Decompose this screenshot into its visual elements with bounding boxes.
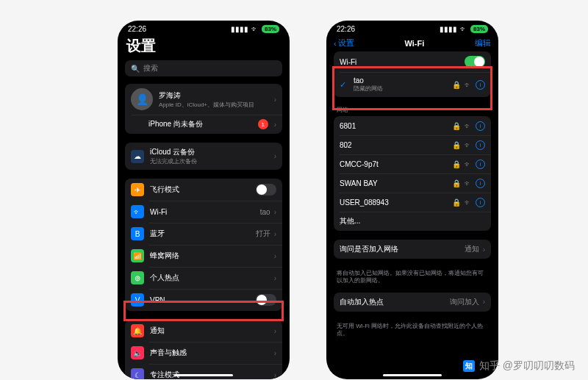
profile-row[interactable]: 👤 罗海涛 Apple ID、iCloud+、媒体与购买项目 › (125, 84, 282, 115)
status-bar: 22:26 ▮▮▮▮ ᯤ 83% (118, 21, 290, 35)
network-row[interactable]: SWAN BAY🔒ᯤi (334, 173, 491, 193)
profile-name: 罗海涛 (159, 90, 268, 101)
settings-row-VPN[interactable]: VVPN (125, 289, 282, 311)
wifi-signal-icon: ᯤ (465, 81, 472, 89)
settings-row-飞行模式[interactable]: ✈飞行模式 (125, 179, 282, 201)
wifi-icon: ᯤ (460, 25, 467, 33)
avatar: 👤 (131, 88, 153, 110)
home-indicator[interactable] (174, 374, 233, 376)
row-icon: V (131, 293, 144, 306)
wifi-toggle-group: Wi-Fi ✓ tao 隐藏的网络 🔒 ᯤ i (334, 51, 491, 97)
network-row[interactable]: 802🔒ᯤi (334, 135, 491, 154)
chevron-icon: › (274, 327, 276, 335)
ask-join-row[interactable]: 询问是否加入网络 通知› (334, 240, 491, 259)
icloud-backup-group[interactable]: ☁ iCloud 云备份 无法完成上次备份 › (125, 143, 282, 170)
info-icon[interactable]: i (476, 159, 485, 169)
backup-warning-row[interactable]: iPhone 尚未备份 1 › (125, 115, 282, 134)
settings-row-蓝牙[interactable]: B蓝牙打开› (125, 223, 282, 245)
auto-hotspot-group: 自动加入热点 询问加入› (334, 293, 491, 312)
network-row[interactable]: CMCC-9p7t🔒ᯤi (334, 154, 491, 173)
lock-icon: 🔒 (452, 160, 461, 168)
chevron-icon: › (274, 208, 276, 216)
clock: 22:26 (337, 25, 355, 33)
chevron-icon: › (274, 371, 276, 379)
lock-icon: 🔒 (452, 141, 461, 149)
lock-icon: 🔒 (452, 179, 461, 187)
row-icon: B (131, 227, 144, 240)
chevron-icon: › (483, 298, 485, 306)
battery-badge: 83% (470, 25, 488, 33)
phone-settings: 22:26 ▮▮▮▮ ᯤ 83% 设置 🔍 搜索 👤 罗海涛 Apple ID、… (118, 21, 290, 379)
lock-icon: 🔒 (452, 122, 461, 130)
chevron-icon: › (274, 96, 276, 104)
row-icon: 📶 (131, 249, 144, 262)
networks-group: 6801🔒ᯤi802🔒ᯤiCMCC-9p7t🔒ᯤiSWAN BAY🔒ᯤiUSER… (334, 116, 491, 231)
badge: 1 (258, 119, 268, 129)
info-icon[interactable]: i (476, 179, 485, 188)
ask-join-note: 将自动加入已知网络。如果没有已知网络，将通知您有可以加入的新网络。 (334, 268, 491, 293)
chevron-icon: › (274, 349, 276, 357)
wifi-icon: ᯤ (251, 25, 259, 33)
chevron-icon: › (274, 274, 276, 282)
auto-hotspot-row[interactable]: 自动加入热点 询问加入› (334, 293, 491, 312)
nav-bar: ‹设置 Wi-Fi 编辑 (326, 35, 498, 51)
row-icon: ⊚ (131, 271, 144, 284)
check-icon: ✓ (340, 80, 348, 90)
network-row[interactable]: USER_088943🔒ᯤi (334, 193, 491, 212)
info-icon[interactable]: i (476, 198, 485, 207)
wifi-toggle[interactable] (465, 56, 485, 68)
search-input[interactable]: 🔍 搜索 (125, 60, 282, 76)
chevron-icon: › (274, 230, 276, 238)
connectivity-group: ✈飞行模式ᯤWi-Fitao›B蓝牙打开›📶蜂窝网络›⊚个人热点›VVPN (125, 179, 282, 311)
row-icon: 🔈 (131, 346, 144, 359)
wifi-signal-icon: ᯤ (465, 179, 472, 187)
lock-icon: 🔒 (452, 81, 461, 89)
notifications-group: 🔔通知›🔈声音与触感›☾专注模式›⏳屏幕使用时间› (125, 320, 282, 379)
watermark: 知 知乎 @罗叨叨叨数码 (463, 359, 575, 373)
connected-network-row[interactable]: ✓ tao 隐藏的网络 🔒 ᯤ i (334, 72, 491, 97)
home-indicator[interactable] (383, 374, 442, 376)
wifi-signal-icon: ᯤ (465, 198, 472, 207)
signal-icon: ▮▮▮▮ (440, 25, 457, 33)
settings-row-个人热点[interactable]: ⊚个人热点› (125, 267, 282, 289)
edit-button[interactable]: 编辑 (475, 37, 491, 49)
chevron-icon: › (274, 152, 276, 160)
wifi-signal-icon: ᯤ (465, 122, 472, 130)
signal-icon: ▮▮▮▮ (231, 25, 248, 33)
row-icon: 🔔 (131, 324, 144, 337)
other-network-row[interactable]: 其他... (334, 212, 491, 231)
auto-hotspot-note: 无可用 Wi-Fi 网络时，允许此设备自动查找附近的个人热点。 (334, 320, 491, 345)
profile-sub: Apple ID、iCloud+、媒体与购买项目 (159, 101, 268, 109)
network-row[interactable]: 6801🔒ᯤi (334, 116, 491, 135)
info-icon[interactable]: i (476, 121, 485, 131)
lock-icon: 🔒 (452, 198, 461, 207)
nav-title: Wi-Fi (404, 39, 424, 48)
battery-badge: 83% (262, 25, 279, 33)
info-icon[interactable]: i (476, 80, 485, 90)
wifi-signal-icon: ᯤ (465, 160, 472, 168)
networks-header: 网络 (334, 106, 491, 116)
settings-row-通知[interactable]: 🔔通知› (125, 320, 282, 342)
profile-group: 👤 罗海涛 Apple ID、iCloud+、媒体与购买项目 › iPhone … (125, 84, 282, 134)
wifi-signal-icon: ᯤ (465, 141, 472, 149)
toggle[interactable] (256, 184, 276, 196)
settings-row-蜂窝网络[interactable]: 📶蜂窝网络› (125, 245, 282, 267)
row-icon: ☾ (131, 368, 144, 379)
row-icon: ᯤ (131, 205, 144, 218)
icloud-icon: ☁ (131, 150, 144, 163)
chevron-left-icon: ‹ (334, 39, 337, 48)
back-button[interactable]: ‹设置 (334, 37, 354, 49)
info-icon[interactable]: i (476, 140, 485, 150)
zhihu-logo-icon: 知 (463, 360, 475, 372)
toggle[interactable] (256, 294, 276, 306)
clock: 22:26 (128, 25, 146, 33)
chevron-icon: › (274, 252, 276, 260)
settings-row-专注模式[interactable]: ☾专注模式› (125, 364, 282, 379)
phone-wifi: 22:26 ▮▮▮▮ ᯤ 83% ‹设置 Wi-Fi 编辑 Wi-Fi ✓ (326, 21, 498, 379)
page-title: 设置 (125, 35, 282, 60)
wifi-toggle-row[interactable]: Wi-Fi (334, 51, 491, 72)
chevron-icon: › (274, 121, 276, 129)
ask-join-group: 询问是否加入网络 通知› (334, 240, 491, 259)
settings-row-Wi-Fi[interactable]: ᯤWi-Fitao› (125, 201, 282, 223)
settings-row-声音与触感[interactable]: 🔈声音与触感› (125, 342, 282, 364)
